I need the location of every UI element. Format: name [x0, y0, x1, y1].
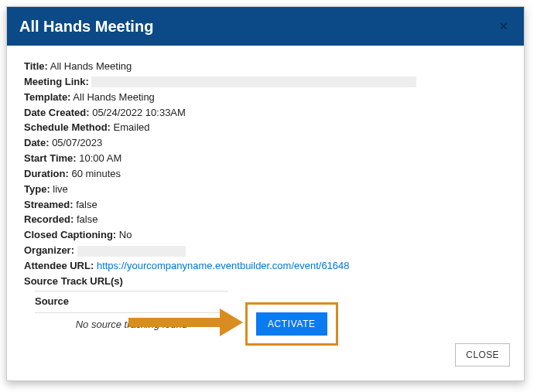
field-closed-captioning: Closed Captioning: No — [24, 228, 507, 243]
date-value: 05/07/2023 — [52, 137, 102, 148]
organizer-label: Organizer: — [24, 244, 74, 256]
activate-highlight: ACTIVATE — [245, 302, 338, 346]
dialog-content: Title: All Hands Meeting Meeting Link: T… — [7, 46, 524, 341]
recorded-value: false — [77, 213, 97, 225]
field-meeting-link: Meeting Link: — [24, 75, 507, 90]
activate-button[interactable]: ACTIVATE — [256, 312, 327, 336]
svg-marker-1 — [220, 308, 243, 336]
start-time-value: 10:00 AM — [79, 152, 121, 164]
schedule-method-label: Schedule Method: — [24, 121, 111, 133]
field-recorded: Recorded: false — [24, 213, 507, 227]
title-value: All Hands Meeting — [50, 60, 132, 72]
field-attendee-url: Attendee URL: https://yourcompanyname.ev… — [24, 259, 507, 274]
dialog: All Hands Meeting ✕ Title: All Hands Mee… — [6, 6, 525, 381]
streamed-label: Streamed: — [24, 199, 74, 210]
template-value: All Hands Meeting — [73, 91, 155, 103]
date-created-value: 05/24/2022 10:33AM — [92, 107, 186, 118]
type-label: Type: — [24, 183, 50, 195]
svg-rect-0 — [128, 318, 220, 327]
start-time-label: Start Time: — [24, 152, 77, 164]
title-label: Title: — [24, 60, 48, 72]
duration-value: 60 minutes — [71, 168, 121, 179]
source-track-label: Source Track URL(s) — [24, 275, 123, 287]
field-streamed: Streamed: false — [24, 198, 507, 213]
date-label: Date: — [24, 137, 50, 148]
close-icon[interactable]: ✕ — [496, 17, 511, 36]
field-template: Template: All Hands Meeting — [24, 90, 507, 105]
date-created-label: Date Created: — [24, 107, 90, 118]
field-source-track: Source Track URL(s) — [24, 274, 507, 289]
organizer-value-redacted — [77, 246, 186, 257]
close-button[interactable]: CLOSE — [455, 343, 510, 366]
dialog-title: All Hands Meeting — [19, 18, 153, 36]
attendee-url-label: Attendee URL: — [24, 260, 94, 271]
closed-captioning-label: Closed Captioning: — [24, 229, 116, 240]
closed-captioning-value: No — [119, 229, 132, 240]
meeting-link-value-redacted — [91, 77, 416, 87]
field-date-created: Date Created: 05/24/2022 10:33AM — [24, 106, 507, 121]
meeting-link-label: Meeting Link: — [24, 76, 89, 87]
streamed-value: false — [76, 199, 97, 210]
arrow-annotation-icon — [128, 308, 243, 336]
duration-label: Duration: — [24, 168, 69, 179]
recorded-label: Recorded: — [24, 213, 74, 225]
field-schedule-method: Schedule Method: Emailed — [24, 121, 507, 135]
field-date: Date: 05/07/2023 — [24, 136, 507, 151]
field-duration: Duration: 60 minutes — [24, 167, 507, 182]
template-label: Template: — [24, 91, 70, 103]
field-organizer: Organizer: — [24, 244, 507, 258]
field-title: Title: All Hands Meeting — [24, 60, 507, 74]
type-value: live — [53, 183, 68, 195]
schedule-method-value: Emailed — [114, 121, 150, 133]
attendee-url-link[interactable]: https://yourcompanyname.eventbuilder.com… — [97, 260, 350, 271]
field-start-time: Start Time: 10:00 AM — [24, 152, 507, 166]
dialog-header: All Hands Meeting ✕ — [7, 7, 524, 46]
field-type: Type: live — [24, 182, 507, 197]
